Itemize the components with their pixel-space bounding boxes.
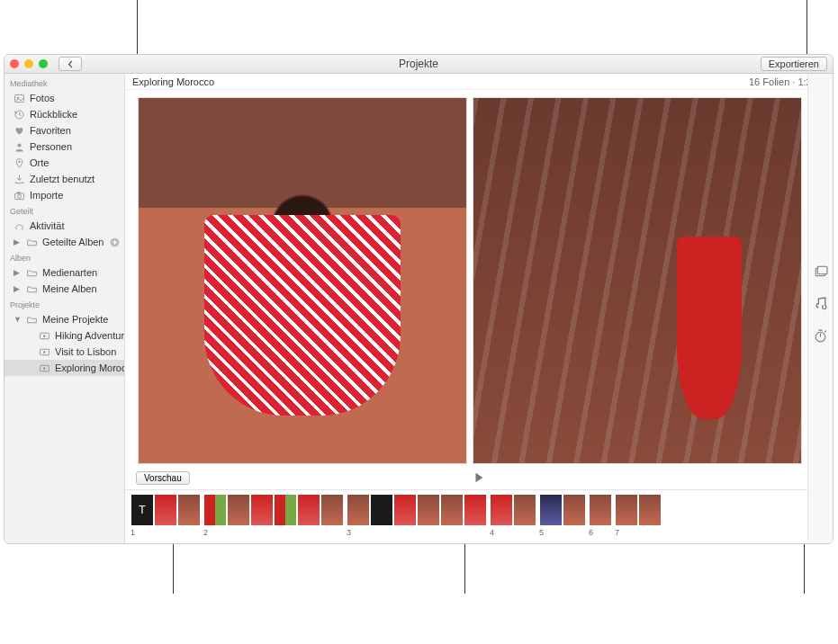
project-header: Exploring Morocco 16 Folien · 1:28m [125,74,833,90]
folder-icon [26,267,38,279]
filmstrip-thumb[interactable] [320,494,344,526]
sidebar-section-geteilt: Geteilt [5,203,124,218]
filmstrip-thumb[interactable] [274,494,297,526]
preview-button[interactable]: Vorschau [136,471,190,485]
photos-icon [14,93,25,104]
sidebar-item-label: Geteilte Alben [42,237,104,247]
slide-image-right[interactable] [473,97,802,464]
disclosure-triangle-icon[interactable]: ▶ [14,268,22,277]
sidebar-item-medienarten[interactable]: ▶ Medienarten [5,264,124,281]
sidebar-item-aktivitaet[interactable]: Aktivität [5,218,124,234]
filmstrip-group-2[interactable]: 2 [203,494,344,537]
sidebar-item-label: Exploring Moroc… [55,362,125,373]
sidebar-item-importe[interactable]: Importe [5,187,124,203]
slideshow-icon [39,362,50,374]
filmstrip-thumb[interactable] [513,494,536,526]
sidebar-item-label: Personen [30,141,72,152]
slide-preview-area [125,90,833,466]
sidebar-item-label: Medienarten [42,267,97,278]
slideshow-icon [39,330,50,342]
sidebar-item-label: Zuletzt benutzt [30,174,95,184]
sidebar-project-lisbon[interactable]: Visit to Lisbon [5,344,124,360]
sidebar-project-hiking[interactable]: Hiking Adventure [5,327,124,344]
disclosure-triangle-icon[interactable]: ▼ [14,315,22,324]
sidebar-item-label: Aktivität [30,220,65,231]
disclosure-triangle-icon[interactable]: ▶ [14,284,22,293]
filmstrip-thumb[interactable] [347,494,370,526]
filmstrip-thumb[interactable] [539,494,563,526]
filmstrip[interactable]: T 1 2 [125,489,833,543]
sidebar-section-alben: Alben [5,250,124,264]
stack-icon [813,264,828,279]
filmstrip-thumb[interactable] [563,494,586,526]
content-area: Exploring Morocco 16 Folien · 1:28m Vors… [125,74,833,543]
add-shared-album-button[interactable] [109,237,121,248]
filmstrip-thumb[interactable] [227,494,250,526]
filmstrip-number: 6 [589,526,612,537]
music-note-icon [813,296,828,311]
filmstrip-thumb[interactable] [440,494,464,526]
folder-icon [26,283,38,295]
filmstrip-group-4[interactable]: 4 [490,494,536,537]
clock-back-icon [14,109,25,121]
folder-icon [26,237,38,248]
folder-icon [26,314,38,326]
camera-icon [14,190,25,201]
import-icon [14,174,25,185]
music-button[interactable] [813,295,829,311]
callout-leader [806,0,807,54]
sidebar-item-label: Meine Projekte [42,314,108,325]
filmstrip-thumb[interactable] [177,494,201,526]
filmstrip-thumb[interactable] [297,494,320,526]
heart-icon [14,125,25,137]
sidebar-item-label: Orte [30,157,49,168]
play-button[interactable] [473,471,485,484]
sidebar-item-meine-projekte[interactable]: ▼ Meine Projekte [5,311,124,327]
filmstrip-thumb[interactable] [250,494,274,526]
sidebar-item-geteilte-alben[interactable]: ▶ Geteilte Alben [5,234,124,250]
person-icon [14,141,25,153]
sidebar-item-favoriten[interactable]: Favoriten [5,122,124,139]
filmstrip-thumb[interactable] [393,494,417,526]
svg-point-3 [17,143,21,147]
slide-image-left[interactable] [138,97,467,464]
slide-controls-bar: Vorschau [125,466,833,489]
sidebar-project-morocco[interactable]: Exploring Moroc… [5,360,124,376]
sidebar-section-mediathek: Mediathek [5,76,124,90]
sidebar-item-rueckblicke[interactable]: Rückblicke [5,106,124,122]
filmstrip-group-1[interactable]: T 1 [131,494,201,537]
filmstrip-thumb[interactable] [615,494,638,526]
filmstrip-thumb[interactable] [589,494,612,526]
stopwatch-icon [813,328,828,344]
sidebar-item-label: Meine Alben [42,283,97,294]
filmstrip-group-6[interactable]: 6 [589,494,612,537]
filmstrip-thumb[interactable] [638,494,662,526]
filmstrip-thumb[interactable] [203,494,227,526]
filmstrip-group-5[interactable]: 5 [539,494,586,537]
disclosure-triangle-icon[interactable]: ▶ [14,237,22,246]
filmstrip-thumb[interactable] [464,494,487,526]
title-slide-label: T [139,504,145,516]
filmstrip-number: 1 [131,526,201,537]
filmstrip-group-7[interactable]: 7 [615,494,662,537]
filmstrip-number: 3 [347,526,487,537]
filmstrip-thumb[interactable] [154,494,177,526]
filmstrip-thumb[interactable] [370,494,393,526]
sidebar-item-fotos[interactable]: Fotos [5,90,124,106]
sidebar-item-label: Hiking Adventure [55,330,125,341]
theme-button[interactable] [813,263,829,279]
sidebar-item-zuletzt[interactable]: Zuletzt benutzt [5,171,124,187]
pin-icon [14,157,25,169]
sidebar-item-personen[interactable]: Personen [5,139,124,155]
filmstrip-group-3[interactable]: 3 [347,494,487,537]
sidebar-item-meine-alben[interactable]: ▶ Meine Alben [5,281,124,297]
duration-button[interactable] [813,327,829,344]
sidebar-item-label: Rückblicke [30,109,77,120]
filmstrip-title-thumb[interactable]: T [131,494,154,526]
filmstrip-thumb[interactable] [490,494,513,526]
filmstrip-thumb[interactable] [417,494,440,526]
sidebar-section-projekte: Projekte [5,297,124,311]
svg-rect-13 [817,266,827,274]
sidebar-item-orte[interactable]: Orte [5,155,124,171]
callout-leader [804,544,805,594]
